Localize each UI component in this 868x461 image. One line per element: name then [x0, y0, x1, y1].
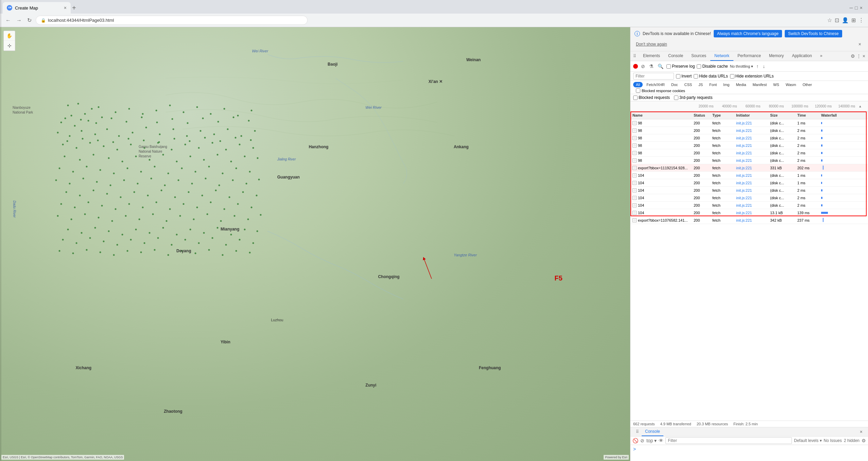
header-size[interactable]: Size [768, 113, 795, 118]
invert-input[interactable] [676, 74, 680, 79]
lang-banner-close-button[interactable]: × [856, 40, 864, 48]
back-button[interactable]: ← [4, 16, 12, 25]
header-name[interactable]: Name [630, 113, 692, 118]
preserve-log-input[interactable] [666, 64, 671, 69]
table-row-export1[interactable]: □ export?bbox=11192154.928... 200 fetch … [630, 164, 868, 172]
tab-performance[interactable]: Performance [733, 51, 765, 61]
record-button[interactable] [633, 64, 638, 69]
filter-input[interactable] [633, 73, 674, 80]
filter-js-button[interactable]: JS [696, 82, 706, 87]
filter-font-button[interactable]: Font [707, 82, 719, 87]
filter-fetch-xhr-button[interactable]: Fetch/XHR [644, 82, 667, 87]
cell-initiator[interactable]: init.js:221 [734, 173, 768, 178]
filter-css-button[interactable]: CSS [682, 82, 695, 87]
table-row[interactable]: □ 98 200 fetch init.js:221 (disk c... 2 … [630, 134, 868, 142]
console-top-label[interactable]: top ▾ [646, 438, 657, 443]
dont-show-again-link[interactable]: Don't show again [636, 42, 667, 47]
switch-devtools-chinese-button[interactable]: Switch DevTools to Chinese [785, 30, 842, 37]
table-row[interactable]: □ 104 200 fetch init.js:221 13.1 kB 139 … [630, 209, 868, 217]
cell-initiator[interactable]: init.js:221 [734, 136, 768, 140]
menu-icon[interactable]: ⋮ [858, 17, 864, 23]
header-time[interactable]: Time [795, 113, 819, 118]
cell-initiator[interactable]: init.js:221 [734, 188, 768, 193]
table-row[interactable]: □ 104 200 fetch init.js:221 (disk c... 1… [630, 179, 868, 187]
header-initiator[interactable]: Initiator [734, 113, 768, 118]
header-waterfall[interactable]: Waterfall [819, 113, 868, 118]
table-row[interactable]: □ 104 200 fetch init.js:221 (disk c... 1… [630, 172, 868, 179]
filter-img-button[interactable]: Img [721, 82, 732, 87]
import-har-button[interactable]: ↑ [755, 63, 760, 70]
disable-cache-input[interactable] [697, 64, 701, 69]
export-har-button[interactable]: ↓ [762, 63, 766, 70]
cell-initiator[interactable]: init.js:221 [734, 128, 768, 133]
extensions-icon[interactable]: ⊞ [851, 17, 856, 23]
bookmark-star-icon[interactable]: ☆ [827, 17, 832, 23]
tab-sources[interactable]: Sources [687, 51, 710, 61]
console-eye-icon[interactable]: 👁 [659, 438, 663, 443]
preserve-log-checkbox[interactable]: Preserve log [666, 64, 695, 69]
table-row-export2[interactable]: □ export?bbox=11076582.141... 200 fetch … [630, 217, 868, 224]
always-match-language-button[interactable]: Always match Chrome's language [714, 30, 782, 37]
cell-initiator[interactable]: init.js:221 [734, 210, 768, 215]
table-row[interactable]: □ 98 200 fetch init.js:221 (disk c... 1 … [630, 119, 868, 127]
cell-initiator[interactable]: init.js:221 [734, 218, 768, 223]
filter-toggle-button[interactable]: ⚗ [648, 63, 655, 70]
console-close-button[interactable]: × [857, 428, 865, 436]
filter-manifest-button[interactable]: Manifest [750, 82, 769, 87]
tab-application[interactable]: Application [788, 51, 816, 61]
devtools-close-button[interactable]: × [863, 53, 865, 59]
active-tab[interactable]: 🗺 Create Map × [3, 2, 71, 14]
throttle-selector[interactable]: No throttling ▾ [730, 64, 753, 69]
cell-initiator[interactable]: init.js:221 [734, 143, 768, 148]
forward-button[interactable]: → [15, 16, 23, 25]
tab-memory[interactable]: Memory [765, 51, 788, 61]
filter-all-button[interactable]: All [633, 82, 643, 87]
table-row[interactable]: □ 104 200 fetch init.js:221 (disk c... 2… [630, 194, 868, 202]
screen-cast-icon[interactable]: ⊡ [835, 17, 839, 23]
hide-data-urls-checkbox[interactable]: Hide data URLs [694, 74, 728, 79]
clear-button[interactable]: ⊘ [640, 63, 646, 70]
pan-tool-button[interactable]: ✋ [4, 31, 15, 41]
console-settings-button[interactable]: ⚙ [862, 438, 866, 443]
cell-initiator[interactable]: init.js:221 [734, 166, 768, 170]
cell-initiator[interactable]: init.js:221 [734, 203, 768, 208]
tab-close-btn[interactable]: × [64, 5, 67, 11]
network-table[interactable]: Name Status Type Initiator Size Time Wat… [630, 112, 868, 421]
hide-ext-urls-input[interactable] [730, 74, 734, 79]
cell-initiator[interactable]: init.js:221 [734, 121, 768, 125]
devtools-more-button[interactable]: ⋮ [856, 53, 861, 59]
filter-ws-button[interactable]: WS [770, 82, 782, 87]
devtools-settings-button[interactable]: ⚙ [851, 53, 855, 59]
profile-icon[interactable]: 👤 [842, 17, 849, 23]
search-button[interactable]: 🔍 [657, 63, 664, 70]
table-row[interactable]: □ 98 200 fetch init.js:221 (disk c... 2 … [630, 127, 868, 134]
table-row[interactable]: □ 98 200 fetch init.js:221 (disk c... 2 … [630, 142, 868, 149]
devtools-resize-handle[interactable] [0, 0, 1, 461]
tab-console-top[interactable]: Console [664, 51, 687, 61]
hide-ext-urls-checkbox[interactable]: Hide extension URLs [730, 74, 774, 79]
table-row[interactable]: □ 104 200 fetch init.js:221 (disk c... 2… [630, 187, 868, 194]
blocked-requests-input[interactable] [633, 96, 638, 100]
filter-other-button[interactable]: Other [800, 82, 815, 87]
blocked-cookies-input[interactable] [636, 88, 640, 93]
filter-media-button[interactable]: Media [733, 82, 749, 87]
header-type[interactable]: Type [710, 113, 734, 118]
table-row[interactable]: □ 98 200 fetch init.js:221 (disk c... 2 … [630, 149, 868, 157]
hide-data-urls-input[interactable] [694, 74, 698, 79]
console-default-levels[interactable]: Default levels ▾ [794, 438, 821, 443]
tab-more[interactable]: » [816, 51, 827, 61]
third-party-input[interactable] [674, 96, 678, 100]
cell-initiator[interactable]: init.js:221 [734, 158, 768, 163]
header-status[interactable]: Status [692, 113, 710, 118]
filter-doc-button[interactable]: Doc [669, 82, 681, 87]
tab-elements[interactable]: Elements [639, 51, 664, 61]
new-tab-button[interactable]: + [72, 4, 76, 12]
cell-initiator[interactable]: init.js:221 [734, 151, 768, 155]
table-row[interactable]: □ 104 200 fetch init.js:221 (disk c... 2… [630, 202, 868, 209]
map-area[interactable]: Wei River Baoji Weinan Xi'an ✕ Wei River… [0, 27, 630, 461]
cell-initiator[interactable]: init.js:221 [734, 181, 768, 185]
console-clear-icon[interactable]: 🚫 [632, 438, 638, 443]
filter-wasm-button[interactable]: Wasm [783, 82, 799, 87]
table-row[interactable]: □ 98 200 fetch init.js:221 (disk c... 2 … [630, 157, 868, 164]
blocked-cookies-checkbox[interactable]: Blocked response cookies [636, 88, 685, 93]
